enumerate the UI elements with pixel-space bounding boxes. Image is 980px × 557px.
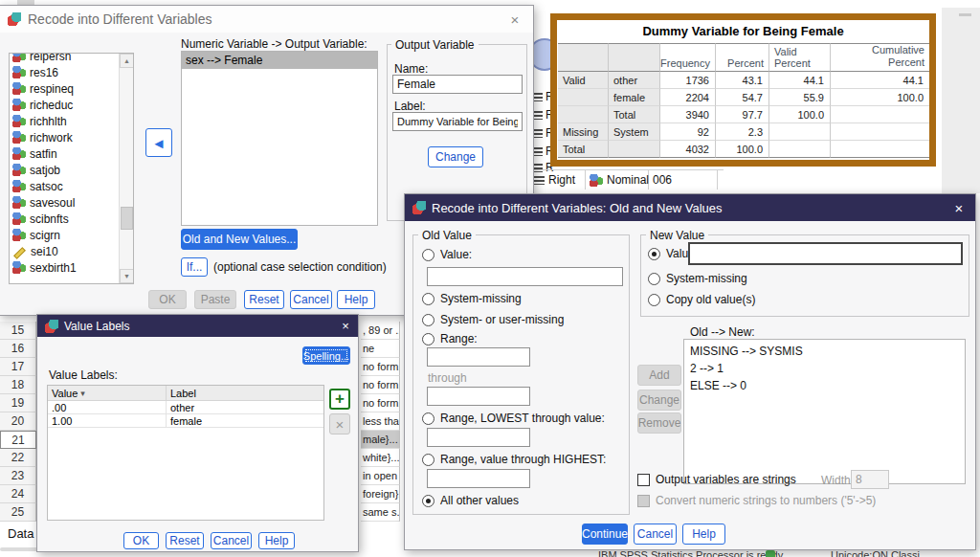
name-input[interactable] xyxy=(392,75,523,94)
radio-icon[interactable] xyxy=(648,294,660,306)
recode-dialog-titlebar[interactable]: Recode into Different Variables xyxy=(0,6,533,33)
add-button[interactable]: Add xyxy=(637,365,681,386)
radio-icon[interactable] xyxy=(422,454,434,466)
values-cell[interactable]: no form... xyxy=(361,376,400,394)
variable-item[interactable]: savesoul xyxy=(10,194,119,211)
width-input[interactable] xyxy=(851,470,889,489)
values-cell-selected[interactable]: male}... xyxy=(361,431,400,449)
radio-icon[interactable] xyxy=(648,273,660,285)
variable-item[interactable]: sexbirth1 xyxy=(10,259,119,276)
reset-button[interactable]: Reset xyxy=(166,532,204,549)
if-button[interactable]: If... xyxy=(181,257,208,277)
cancel-button[interactable]: Cancel xyxy=(634,524,677,545)
values-cell[interactable]: less tha... xyxy=(361,412,400,431)
help-button[interactable]: Help xyxy=(258,532,295,549)
numeric-output-list[interactable]: sex --> Female xyxy=(181,51,378,226)
mapping-item[interactable]: ELSE --> 0 xyxy=(690,377,959,394)
mapping-item[interactable]: 2 --> 1 xyxy=(690,360,959,377)
checkbox-icon[interactable] xyxy=(637,474,650,486)
data-view-tab[interactable]: Data xyxy=(8,526,33,541)
label-cell[interactable]: other xyxy=(167,401,323,413)
row-header-25[interactable]: 25 xyxy=(0,503,36,522)
help-button[interactable]: Help xyxy=(337,290,375,309)
close-icon[interactable]: × xyxy=(333,315,358,337)
output-strings-checkbox-row[interactable]: Output variables are strings xyxy=(637,473,796,486)
variable-item[interactable]: satsoc xyxy=(10,178,119,194)
old-value-radio-row[interactable]: Value: xyxy=(422,248,472,261)
frequency-output-table[interactable]: Dummy Variable for Being Female Frequenc… xyxy=(550,13,936,167)
range-from-input[interactable] xyxy=(427,347,530,367)
columns-cell[interactable]: 006 xyxy=(649,170,718,189)
old-and-new-values-button[interactable]: Old and New Values... xyxy=(181,229,298,250)
value-labels-table[interactable]: Value Label .00 other 1.00 female xyxy=(47,385,324,521)
values-cell[interactable]: , 89 or ... xyxy=(361,322,400,340)
reset-button[interactable]: Reset xyxy=(244,290,284,309)
radio-icon[interactable] xyxy=(422,293,434,305)
value-column-header[interactable]: Value xyxy=(48,386,167,400)
variable-list-scrollbar[interactable]: ▲ ▼ xyxy=(119,54,133,283)
remove-value-label-button[interactable]: × xyxy=(329,413,350,434)
variable-item[interactable]: scigrn xyxy=(10,227,119,243)
range-highest-radio-row[interactable]: Range, value through HIGHEST: xyxy=(422,453,606,466)
scroll-thumb[interactable] xyxy=(121,207,133,230)
close-icon[interactable]: × xyxy=(501,6,529,33)
change-button[interactable]: Change xyxy=(428,146,483,167)
radio-icon[interactable] xyxy=(422,333,434,345)
value-cell[interactable]: .00 xyxy=(48,401,167,413)
range-highest-input[interactable] xyxy=(427,469,530,488)
copy-old-values-radio-row[interactable]: Copy old value(s) xyxy=(648,293,755,306)
variable-item[interactable]: richeduc xyxy=(10,97,119,113)
range-lowest-input[interactable] xyxy=(427,428,530,447)
values-cell[interactable]: foreign}... xyxy=(361,485,400,503)
scroll-up-icon[interactable]: ▲ xyxy=(120,54,134,68)
remove-button[interactable]: Remove xyxy=(637,412,681,434)
variable-item[interactable]: richwork xyxy=(10,129,119,145)
paste-button[interactable]: Paste xyxy=(194,290,236,309)
values-cell[interactable]: no form... xyxy=(361,358,400,376)
old-new-titlebar[interactable]: Recode into Different Variables: Old and… xyxy=(405,194,975,221)
variable-item[interactable]: respineq xyxy=(10,80,119,97)
range-lowest-radio-row[interactable]: Range, LOWEST through value: xyxy=(422,412,605,425)
row-header-16[interactable]: 16 xyxy=(0,340,36,358)
continue-button[interactable]: Continue xyxy=(582,524,628,545)
ok-button[interactable]: OK xyxy=(123,532,159,549)
values-cell[interactable]: white}... xyxy=(361,449,400,467)
checkbox-disabled-icon[interactable] xyxy=(637,495,650,507)
system-user-missing-radio-row[interactable]: System- or user-missing xyxy=(422,313,564,326)
radio-selected-icon[interactable] xyxy=(648,248,660,260)
row-header-17[interactable]: 17 xyxy=(0,358,36,376)
measure-cell[interactable]: Nominal xyxy=(586,170,649,189)
cancel-button[interactable]: Cancel xyxy=(290,290,332,309)
variable-item[interactable]: richhlth xyxy=(10,113,119,129)
scrollbar-thumb-fragment[interactable] xyxy=(959,13,971,16)
old-value-input[interactable] xyxy=(427,267,623,286)
values-cell[interactable]: in open ... xyxy=(361,467,400,485)
row-header-18[interactable]: 18 xyxy=(0,376,36,394)
value-cell[interactable]: 1.00 xyxy=(48,414,167,427)
values-cell[interactable]: ne xyxy=(361,340,400,358)
convert-strings-checkbox-row[interactable]: Convert numeric strings to numbers ('5'-… xyxy=(637,494,876,507)
range-to-input[interactable] xyxy=(427,387,530,406)
row-header-19[interactable]: 19 xyxy=(0,394,36,412)
value-labels-titlebar[interactable]: Value Labels xyxy=(37,315,358,337)
mapping-item-selected[interactable]: sex --> Female xyxy=(182,52,377,69)
row-header-22[interactable]: 22 xyxy=(0,449,36,467)
range-radio-row[interactable]: Range: xyxy=(422,332,478,345)
ok-button[interactable]: OK xyxy=(148,290,187,309)
variable-item[interactable]: relpersn xyxy=(10,53,119,64)
spelling-button[interactable]: Spelling... xyxy=(302,346,350,365)
align-cell[interactable]: Right xyxy=(532,170,586,189)
row-header-21-current[interactable]: 21 xyxy=(0,431,36,449)
label-cell[interactable]: female xyxy=(167,414,323,427)
all-other-values-radio-row[interactable]: All other values xyxy=(422,494,519,507)
cancel-button[interactable]: Cancel xyxy=(211,532,252,549)
row-header-23[interactable]: 23 xyxy=(0,467,36,485)
change-button[interactable]: Change xyxy=(637,390,681,411)
radio-icon[interactable] xyxy=(422,412,434,425)
close-icon[interactable]: × xyxy=(945,194,973,221)
radio-icon[interactable] xyxy=(422,249,434,261)
variable-list[interactable]: relpersn res16 respineq richeduc richhlt… xyxy=(9,53,134,284)
new-value-input[interactable] xyxy=(688,242,963,265)
mapping-item[interactable]: MISSING --> SYSMIS xyxy=(690,343,959,360)
new-system-missing-radio-row[interactable]: System-missing xyxy=(648,272,747,285)
